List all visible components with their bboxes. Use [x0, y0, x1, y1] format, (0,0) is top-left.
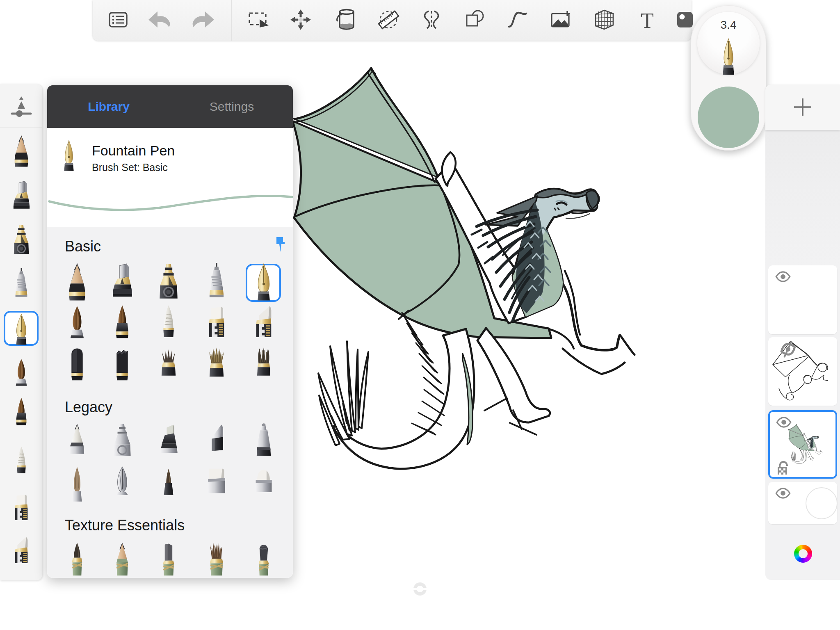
svg-text:T: T: [641, 9, 654, 32]
